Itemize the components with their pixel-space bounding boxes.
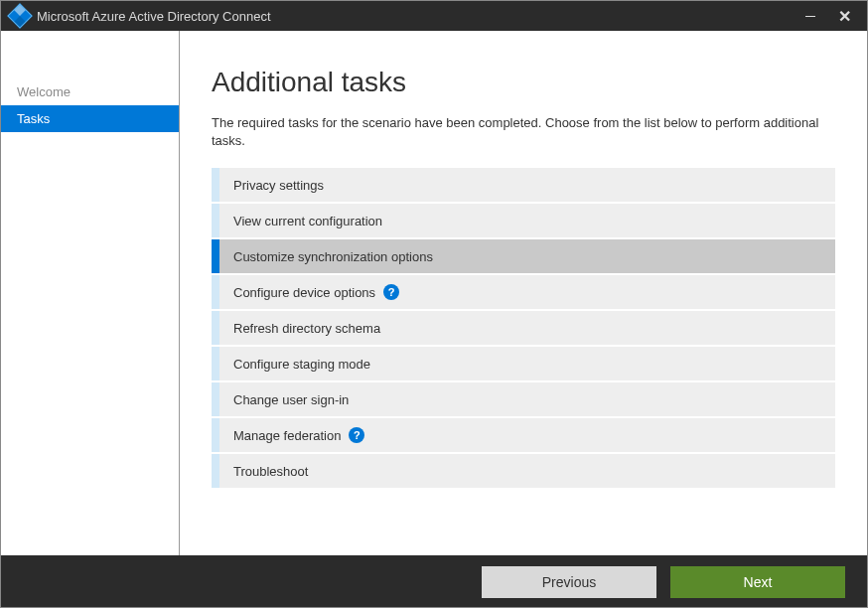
- previous-button[interactable]: Previous: [482, 566, 656, 598]
- footer: Previous Next: [1, 555, 867, 608]
- help-icon[interactable]: ?: [349, 427, 364, 443]
- sidebar-item-label: Tasks: [17, 111, 50, 126]
- sidebar-item-label: Welcome: [17, 84, 71, 99]
- sidebar-item-tasks[interactable]: Tasks: [1, 105, 179, 132]
- task-label: Privacy settings: [233, 178, 324, 193]
- task-label: Manage federation: [233, 428, 341, 443]
- main-panel: Additional tasks The required tasks for …: [180, 31, 867, 555]
- task-accent: [212, 418, 219, 452]
- task-accent: [212, 454, 219, 488]
- azure-logo-icon: [7, 3, 32, 28]
- sidebar: Welcome Tasks: [1, 31, 180, 555]
- task-privacy-settings[interactable]: Privacy settings: [212, 168, 835, 202]
- body-area: Welcome Tasks Additional tasks The requi…: [1, 31, 867, 555]
- task-accent: [212, 311, 219, 345]
- next-button[interactable]: Next: [670, 566, 845, 598]
- page-description: The required tasks for the scenario have…: [212, 114, 835, 150]
- task-label: Troubleshoot: [233, 464, 308, 479]
- close-button[interactable]: ✕: [827, 1, 861, 31]
- task-accent: [212, 239, 219, 273]
- task-view-current-configuration[interactable]: View current configuration: [212, 204, 835, 237]
- task-label: Change user sign-in: [233, 392, 349, 407]
- task-change-user-sign-in[interactable]: Change user sign-in: [212, 382, 835, 416]
- sidebar-item-welcome[interactable]: Welcome: [1, 78, 179, 105]
- task-accent: [212, 204, 219, 237]
- minimize-button[interactable]: [794, 1, 827, 31]
- task-label: Configure device options: [233, 285, 375, 300]
- help-icon[interactable]: ?: [383, 284, 399, 300]
- task-troubleshoot[interactable]: Troubleshoot: [212, 454, 835, 488]
- task-manage-federation[interactable]: Manage federation ?: [212, 418, 835, 452]
- task-accent: [212, 382, 219, 416]
- window-title: Microsoft Azure Active Directory Connect: [37, 9, 794, 24]
- titlebar: Microsoft Azure Active Directory Connect…: [1, 1, 867, 31]
- task-list: Privacy settings View current configurat…: [212, 168, 835, 488]
- task-customize-synchronization-options[interactable]: Customize synchronization options: [212, 239, 835, 273]
- task-refresh-directory-schema[interactable]: Refresh directory schema: [212, 311, 835, 345]
- page-title: Additional tasks: [212, 67, 835, 98]
- task-configure-staging-mode[interactable]: Configure staging mode: [212, 347, 835, 380]
- task-accent: [212, 275, 219, 309]
- task-label: Customize synchronization options: [233, 249, 433, 264]
- task-label: Refresh directory schema: [233, 321, 380, 336]
- task-configure-device-options[interactable]: Configure device options ?: [212, 275, 835, 309]
- task-accent: [212, 168, 219, 202]
- task-label: Configure staging mode: [233, 357, 370, 372]
- task-label: View current configuration: [233, 214, 382, 228]
- task-accent: [212, 347, 219, 380]
